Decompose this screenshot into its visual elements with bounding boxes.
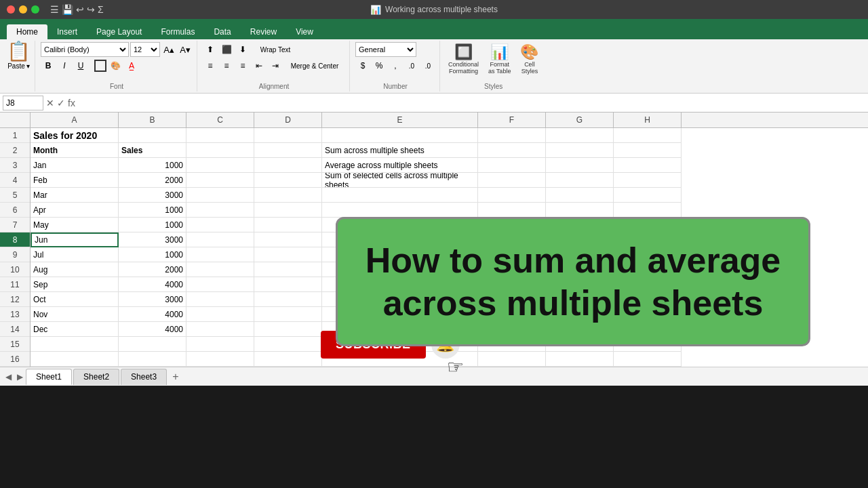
cell-C11[interactable] xyxy=(186,277,254,292)
row-header-1[interactable]: 1 xyxy=(0,128,30,143)
cell-B9[interactable]: 1000 xyxy=(119,247,186,262)
cell-F16[interactable] xyxy=(478,352,546,367)
cell-A16[interactable] xyxy=(31,352,119,367)
confirm-formula-icon[interactable]: ✓ xyxy=(57,98,65,108)
currency-button[interactable]: $ xyxy=(355,58,370,73)
border-button[interactable] xyxy=(94,60,106,72)
font-size-select[interactable]: 12 xyxy=(130,42,160,57)
cell-F5[interactable] xyxy=(478,188,546,203)
cell-D8[interactable] xyxy=(254,232,322,247)
cell-D14[interactable] xyxy=(254,322,322,337)
cell-F2[interactable] xyxy=(478,143,546,158)
cell-F6[interactable] xyxy=(478,203,546,218)
undo-icon[interactable]: ↩ xyxy=(76,4,84,15)
increase-decimal-button[interactable]: .0 xyxy=(404,58,419,73)
cell-A4[interactable]: Feb xyxy=(31,173,119,188)
close-button[interactable] xyxy=(7,5,15,14)
cell-A15[interactable] xyxy=(31,337,119,352)
cell-E5[interactable] xyxy=(322,188,478,203)
cell-C15[interactable] xyxy=(186,337,254,352)
row-header-5[interactable]: 5 xyxy=(0,188,30,203)
col-header-F[interactable]: F xyxy=(478,113,546,127)
cell-H2[interactable] xyxy=(614,143,682,158)
cell-B14[interactable]: 4000 xyxy=(119,322,186,337)
maximize-button[interactable] xyxy=(31,5,39,14)
fill-color-button[interactable]: 🎨 xyxy=(108,58,123,73)
menu-icon[interactable]: ☰ xyxy=(50,4,59,15)
cell-A5[interactable]: Mar xyxy=(31,188,119,203)
tab-home[interactable]: Home xyxy=(7,24,47,39)
cell-G3[interactable] xyxy=(546,158,614,173)
tab-page-layout[interactable]: Page Layout xyxy=(87,24,151,39)
tab-insert[interactable]: Insert xyxy=(47,24,87,39)
cell-B16[interactable] xyxy=(119,352,186,367)
sheet-tab-sheet3[interactable]: Sheet3 xyxy=(121,369,167,385)
font-name-select[interactable]: Calibri (Body) xyxy=(41,42,129,57)
row-header-7[interactable]: 7 xyxy=(0,218,30,232)
italic-button[interactable]: I xyxy=(57,58,72,73)
save-icon[interactable]: 💾 xyxy=(62,4,73,15)
cell-A7[interactable]: May xyxy=(31,218,119,232)
col-header-B[interactable]: B xyxy=(119,113,186,127)
cell-D3[interactable] xyxy=(254,158,322,173)
cell-E2[interactable]: Sum across multiple sheets xyxy=(322,143,478,158)
cell-D15[interactable] xyxy=(254,337,322,352)
cell-A3[interactable]: Jan xyxy=(31,158,119,173)
number-format-select[interactable]: General xyxy=(355,42,416,57)
sheet-tab-sheet1[interactable]: Sheet1 xyxy=(26,369,72,385)
col-header-C[interactable]: C xyxy=(186,113,254,127)
cell-reference-box[interactable]: J8 xyxy=(3,96,43,110)
row-header-8[interactable]: 8 xyxy=(0,232,30,247)
col-header-H[interactable]: H xyxy=(614,113,682,127)
cell-E3[interactable]: Average across multiple sheets xyxy=(322,158,478,173)
cell-G1[interactable] xyxy=(546,128,614,143)
align-right-button[interactable]: ≡ xyxy=(235,58,250,73)
percent-button[interactable]: % xyxy=(372,58,387,73)
align-bottom-button[interactable]: ⬇ xyxy=(235,42,250,57)
cell-C16[interactable] xyxy=(186,352,254,367)
row-header-11[interactable]: 11 xyxy=(0,277,30,292)
cell-C4[interactable] xyxy=(186,173,254,188)
cell-A9[interactable]: Jul xyxy=(31,247,119,262)
row-header-12[interactable]: 12 xyxy=(0,292,30,307)
cell-H4[interactable] xyxy=(614,173,682,188)
tab-nav-right[interactable]: ▶ xyxy=(14,372,26,382)
align-middle-button[interactable]: ⬛ xyxy=(219,42,234,57)
sheet-tab-sheet2[interactable]: Sheet2 xyxy=(73,369,119,385)
cell-C7[interactable] xyxy=(186,218,254,232)
cell-B1[interactable] xyxy=(119,128,186,143)
cell-F3[interactable] xyxy=(478,158,546,173)
row-header-4[interactable]: 4 xyxy=(0,173,30,188)
paste-label[interactable]: Paste xyxy=(7,62,25,70)
comma-button[interactable]: , xyxy=(388,58,403,73)
merge-center-button[interactable]: Merge & Center xyxy=(284,58,345,73)
cell-D6[interactable] xyxy=(254,203,322,218)
cell-B11[interactable]: 4000 xyxy=(119,277,186,292)
cell-B15[interactable] xyxy=(119,337,186,352)
cell-C12[interactable] xyxy=(186,292,254,307)
add-sheet-button[interactable]: + xyxy=(168,371,182,383)
cell-A12[interactable]: Oct xyxy=(31,292,119,307)
align-top-button[interactable]: ⬆ xyxy=(203,42,218,57)
decrease-indent-button[interactable]: ⇤ xyxy=(252,58,267,73)
cell-C8[interactable] xyxy=(186,232,254,247)
cell-H5[interactable] xyxy=(614,188,682,203)
increase-font-button[interactable]: A▴ xyxy=(161,42,176,57)
cell-G2[interactable] xyxy=(546,143,614,158)
cell-A8[interactable]: Jun xyxy=(31,232,119,247)
cell-B4[interactable]: 2000 xyxy=(119,173,186,188)
cell-A1[interactable]: Sales for 2020 xyxy=(31,128,119,143)
cell-C9[interactable] xyxy=(186,247,254,262)
col-header-G[interactable]: G xyxy=(546,113,614,127)
cell-styles-button[interactable]: 🎨 CellStyles xyxy=(517,42,541,76)
cell-D9[interactable] xyxy=(254,247,322,262)
cell-G6[interactable] xyxy=(546,203,614,218)
row-header-14[interactable]: 14 xyxy=(0,322,30,337)
row-header-10[interactable]: 10 xyxy=(0,262,30,277)
cell-F4[interactable] xyxy=(478,173,546,188)
cell-H16[interactable] xyxy=(614,352,682,367)
col-header-D[interactable]: D xyxy=(254,113,322,127)
cell-B2[interactable]: Sales xyxy=(119,143,186,158)
col-header-A[interactable]: A xyxy=(31,113,119,127)
cell-D4[interactable] xyxy=(254,173,322,188)
